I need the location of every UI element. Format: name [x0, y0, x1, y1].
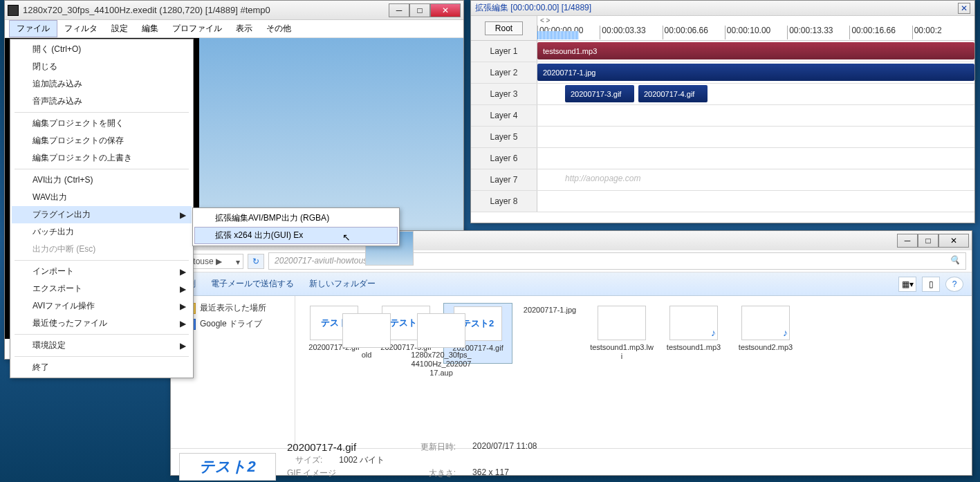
main-titlebar[interactable]: 1280x720_30fps_44100Hz.exedit (1280,720)…: [5, 1, 463, 20]
preview-pane-button[interactable]: ▯: [922, 277, 940, 292]
file-item-stray-old[interactable]: old: [332, 310, 401, 381]
view-mode-button[interactable]: ▦▾: [898, 277, 916, 292]
menu-item[interactable]: 追加読み込み: [12, 75, 192, 93]
clip-audio[interactable]: testsound1.mp3: [537, 42, 974, 59]
layer-label[interactable]: Layer 6: [471, 148, 537, 169]
menu-item[interactable]: インポート▶: [12, 263, 192, 280]
menu-item[interactable]: 開く (Ctrl+O): [12, 41, 192, 58]
file-name: 20200717-1.jpg: [524, 306, 576, 315]
ruler-tick: 00:00:2: [912, 26, 974, 39]
chevron-down-icon[interactable]: ▾: [236, 257, 240, 267]
close-button[interactable]: ✕: [430, 3, 461, 17]
file-thumb: [417, 313, 465, 348]
menu-item[interactable]: 編集プロジェクトの上書き: [12, 149, 192, 167]
timeline-titlebar[interactable]: 拡張編集 [00:00:00.00] [1/4889] ✕: [471, 1, 974, 16]
chevron-right-icon: ▶: [180, 284, 186, 294]
timeline-ruler[interactable]: < > 00:00:00.0000:00:03.3300:00:06.6600:…: [537, 16, 974, 40]
file-item-stray-aup[interactable]: 1280x720_30fps_44100Hz_20200717.aup: [407, 310, 476, 381]
menu-item[interactable]: 編集プロジェクトの保存: [12, 132, 192, 149]
timeline-root: Root: [471, 16, 537, 40]
exp-minimize-button[interactable]: ─: [897, 234, 918, 248]
ruler-wave-icon: [537, 31, 579, 39]
tb-email[interactable]: 電子メールで送信する: [211, 278, 294, 290]
file-item[interactable]: testsound1.mp3: [659, 303, 728, 364]
layer-track[interactable]: testsound1.mp3: [537, 41, 974, 62]
file-thumb: [669, 306, 718, 340]
layer-track[interactable]: [537, 105, 974, 126]
cursor-icon: ↖: [342, 232, 351, 243]
exp-close-button[interactable]: ✕: [939, 234, 969, 248]
menu-edit[interactable]: 編集: [135, 21, 165, 37]
chevron-right-icon: ▶: [180, 319, 186, 328]
details-filename: 20200717-4.gif: [287, 441, 404, 453]
refresh-button[interactable]: ↻: [248, 254, 264, 269]
file-item[interactable]: testsound1.mp3.lwi: [587, 303, 656, 364]
menu-other[interactable]: その他: [259, 21, 298, 37]
menu-file[interactable]: ファイル: [9, 20, 57, 37]
menu-item[interactable]: 音声読み込み: [12, 93, 192, 110]
clip-image[interactable]: 20200717-3.gif: [565, 85, 634, 102]
menu-settings[interactable]: 設定: [104, 21, 135, 37]
timeline-title: 拡張編集 [00:00:00.00] [1/4889]: [475, 2, 958, 14]
zoom-indicator[interactable]: < >: [540, 17, 550, 24]
timeline-row: Layer 6: [471, 148, 974, 169]
menu-item[interactable]: 閉じる: [12, 58, 192, 75]
menu-profile[interactable]: プロファイル: [165, 21, 229, 37]
layer-track[interactable]: http://aonopage.com: [537, 169, 974, 190]
submenu-item[interactable]: 拡張 x264 出力(GUI) Ex: [194, 227, 398, 244]
exp-maximize-button[interactable]: □: [918, 234, 939, 248]
layer-label[interactable]: Layer 5: [471, 127, 537, 147]
menu-item[interactable]: AVIファイル操作▶: [12, 297, 192, 315]
layer-label[interactable]: Layer 3: [471, 84, 537, 104]
explorer-nav: owtouse ▶▾ ↻ 20200717-aviutl-howtouseの..…: [171, 250, 972, 272]
timeline-close-button[interactable]: ✕: [958, 3, 970, 14]
menu-item[interactable]: バッチ出力: [12, 223, 192, 241]
file-item[interactable]: 20200717-1.jpg: [515, 303, 584, 364]
layer-label[interactable]: Layer 7: [471, 169, 537, 190]
ruler-tick: 00:00:13.33: [787, 26, 849, 39]
menu-filter[interactable]: フィルタ: [57, 21, 104, 37]
layer-track[interactable]: [537, 127, 974, 147]
clip-image[interactable]: 20200717-1.jpg: [537, 64, 974, 81]
chevron-right-icon: ▶: [180, 341, 186, 351]
ruler-tick: 00:00:03.33: [600, 26, 662, 39]
layer-label[interactable]: Layer 4: [471, 105, 537, 126]
explorer-window: ─ □ ✕ owtouse ▶▾ ↻ 20200717-aviutl-howto…: [170, 230, 972, 476]
timeline-row: Layer 5: [471, 127, 974, 148]
layer-track[interactable]: 20200717-3.gif20200717-4.gif: [537, 84, 974, 104]
ruler-tick: 00:00:10.00: [725, 26, 787, 39]
menu-item[interactable]: エクスポート▶: [12, 280, 192, 297]
layer-track[interactable]: [537, 148, 974, 169]
details-thumb: テスト2: [179, 453, 276, 481]
maximize-button[interactable]: □: [409, 3, 430, 17]
layer-label[interactable]: Layer 2: [471, 62, 537, 83]
clip-image[interactable]: 20200717-4.gif: [638, 85, 708, 102]
root-button[interactable]: Root: [485, 21, 523, 35]
file-item[interactable]: testsound2.mp3: [731, 303, 800, 364]
sidebar-item-gdrive[interactable]: Google ドライブ: [185, 316, 295, 332]
sidebar-item-recent[interactable]: 最近表示した場所: [185, 300, 295, 316]
menu-item[interactable]: プラグイン出力▶: [12, 206, 192, 223]
layer-track[interactable]: 20200717-1.jpg: [537, 62, 974, 83]
app-icon: [8, 5, 19, 16]
chevron-right-icon: ▶: [180, 210, 186, 220]
menu-item[interactable]: 最近使ったファイル▶: [12, 315, 192, 332]
main-title: 1280x720_30fps_44100Hz.exedit (1280,720)…: [23, 5, 389, 15]
minimize-button[interactable]: ─: [389, 3, 409, 17]
tb-newfolder[interactable]: 新しいフォルダー: [309, 278, 376, 290]
menu-item[interactable]: 出力の中断 (Esc): [12, 241, 192, 258]
layer-label[interactable]: Layer 8: [471, 191, 537, 212]
file-menu: 開く (Ctrl+O)閉じる追加読み込み音声読み込み編集プロジェクトを開く編集プ…: [10, 39, 194, 378]
menu-item[interactable]: 環境設定▶: [12, 337, 192, 354]
file-thumb: [342, 313, 391, 348]
layer-track[interactable]: [537, 191, 974, 212]
menu-item[interactable]: 編集プロジェクトを開く: [12, 115, 192, 132]
submenu-item[interactable]: 拡張編集AVI/BMP出力 (RGBA): [194, 210, 398, 227]
layer-label[interactable]: Layer 1: [471, 41, 537, 62]
menu-item[interactable]: AVI出力 (Ctrl+S): [12, 172, 192, 189]
timeline-row: Layer 4: [471, 105, 974, 127]
help-button[interactable]: ?: [945, 277, 963, 292]
menu-item[interactable]: 終了: [12, 359, 192, 376]
menu-view[interactable]: 表示: [229, 21, 259, 37]
menu-item[interactable]: WAV出力: [12, 189, 192, 206]
